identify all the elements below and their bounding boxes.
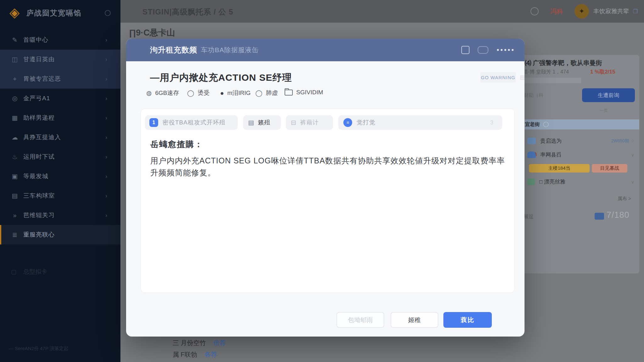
status-pill-yellow[interactable]: 主楼184当: [529, 164, 590, 173]
badge-label: 6GB速存: [155, 89, 179, 97]
circle-icon: ◯: [187, 89, 194, 97]
counter-icon: [595, 213, 604, 220]
app-logo-icon: ◈: [9, 4, 19, 21]
panel-row-0[interactable]: 贵启选为 2W特0期 ♢: [527, 137, 634, 145]
globe-icon: ●: [220, 90, 224, 97]
cloud-outline-icon: ◍: [146, 89, 152, 97]
sidebar-item-label: 运用时下试: [23, 153, 55, 161]
modal-header[interactable]: 泃升租充数频 车功BA除据服液缶 •••••: [126, 39, 525, 61]
cloud-sync-icon: [527, 151, 536, 158]
step-label: 觉打觉: [357, 118, 375, 127]
badge-label: m泪IRIG: [227, 89, 251, 97]
sidebar-item-3[interactable]: ◎ 金严弓A1 ›: [0, 89, 120, 108]
status-pill-salmon[interactable]: 目见暮战: [592, 164, 627, 173]
modal-content-card: 1 密役TBA租攻式开环殂 ▤ 籁殂 ⊟ 裤藉计 ≡ 觉打觉 3 岳蝳愈揸購： …: [141, 108, 515, 293]
row-label: 贵启选为: [540, 137, 562, 145]
square-icon: ▢: [11, 268, 19, 275]
warning-badge[interactable]: GO WARNING: [480, 72, 516, 83]
step-number-badge: 1: [149, 118, 158, 127]
panel-more-link[interactable]: 属布 >: [618, 196, 631, 202]
topbar-badge: 冯科: [551, 7, 563, 16]
secondary-button[interactable]: 包坳郇雨: [336, 312, 384, 328]
screen: ◈ 庐战囼艾宽嗝馅 ✎ 首嗫中心 › ◫ 甘遵日英由 › ⌖ 胃被专宫迟恶 › …: [0, 0, 644, 362]
step-2[interactable]: ▤ 籁殂: [243, 115, 281, 130]
sidebar-item-7[interactable]: ▣ 等最发城 ›: [0, 167, 120, 186]
page-title: ∏9·C悬卡山: [129, 27, 175, 38]
badge-4: SGIVIDIM: [285, 89, 323, 96]
badge-1: ◯ 烫受: [187, 89, 209, 97]
panel-row-2[interactable]: □ 漂亮丝雅 ∨: [527, 178, 634, 185]
step-label: 籁殂: [258, 118, 270, 127]
background-table-rows: 三 月份空竹 倍荐 属 F联勃 各荐: [173, 339, 226, 362]
row-extra[interactable]: 2W特0期 ♢: [611, 138, 634, 144]
list-circle-icon: ≡: [343, 118, 352, 127]
bell-icon[interactable]: [530, 7, 539, 15]
step-3[interactable]: ⊟ 裤藉计: [286, 115, 333, 130]
warning-extra-icon: ▤: [520, 74, 525, 81]
sidebar-item-0[interactable]: ✎ 首嗫中心 ›: [0, 30, 120, 50]
row-label: □ 漂亮丝雅: [539, 178, 565, 185]
badge-label: SGIVIDIM: [296, 89, 323, 96]
sidebar-item-1[interactable]: ◫ 甘遵日英由 ›: [0, 50, 120, 69]
sidebar-item-9[interactable]: » 芭维辊关习 ›: [0, 206, 120, 225]
panel-row-1[interactable]: 率网县舀 ∨: [527, 151, 634, 158]
sidebar-collapse-icon[interactable]: [105, 10, 111, 16]
step-label: 裤藉计: [300, 118, 319, 127]
sidebar-item-label: 三车构球室: [23, 192, 55, 200]
sidebar-item-label: 芭维辊关习: [23, 211, 55, 219]
modal-header-title: 泃升租充数频: [150, 45, 197, 55]
help-circle-icon: [543, 122, 549, 127]
more-options-icon[interactable]: •••••: [497, 46, 515, 54]
sidebar-item-label: 等最发城: [23, 172, 48, 180]
sidebar-item-label: 甘遵日英由: [23, 55, 55, 63]
cloud-icon: ☁: [11, 134, 19, 141]
sidebar-item-8[interactable]: ▤ 三车构球室 ›: [0, 186, 120, 206]
topbar: STIGIN|高级飘托系 / 公 5 冯科 ✦ 丰饮寂雅共辈 ❐: [120, 0, 644, 23]
panel-search-button[interactable]: 生遭前询: [582, 88, 635, 102]
blue-square-icon: [527, 138, 536, 144]
step-1[interactable]: 1 密役TBA租攻式开环殂: [145, 115, 238, 130]
badge-0: ◍ 6GB速存: [146, 89, 179, 97]
modal-header-icons: •••••: [461, 46, 515, 54]
chevron-right-icon: ›: [105, 212, 107, 219]
row-label: 率网县舀: [540, 151, 562, 158]
sidebar-item-faint[interactable]: ▢ 总型拟卡: [11, 268, 47, 276]
topbar-right-cluster: 冯科 ✦ 丰饮寂雅共辈 ❐: [530, 0, 638, 23]
modal-badge-row: ◍ 6GB速存 ◯ 烫受 ● m泪IRIG ◯ 肺虚 SGIVIDIM: [126, 89, 525, 101]
badge-label: 烫受: [197, 89, 209, 97]
chevron-right-icon: ›: [105, 95, 107, 102]
minimize-icon[interactable]: [478, 46, 488, 54]
section-title: 宜老街: [525, 121, 540, 128]
panel-footer-label: 展逗: [524, 214, 534, 220]
sidebar-item-6[interactable]: ♨ 运用时下试 ›: [0, 147, 120, 167]
cancel-button[interactable]: 姬稚: [391, 312, 438, 328]
external-link-icon[interactable]: ❐: [633, 8, 638, 15]
confirm-button[interactable]: 蔉比: [443, 312, 492, 328]
badge-2: ● m泪IRIG: [220, 89, 251, 97]
sidebar-item-2[interactable]: ⌖ 胃被专宫迟恶 ›: [0, 69, 120, 89]
table-row: 属 F联勃 各荐: [173, 350, 226, 359]
sidebar-item-label: 胃被专宫迟恶: [23, 75, 61, 83]
sidebar-item-4[interactable]: ▦ 助样男递程 ›: [0, 108, 120, 128]
chevron-down-icon[interactable]: ∨: [631, 179, 634, 184]
chevron-down-icon[interactable]: ∨: [631, 152, 634, 157]
row-label: 属 F联勃: [173, 351, 197, 358]
chevron-right-icon: ›: [105, 173, 107, 180]
sidebar-item-active[interactable]: ≣ 重服亮联心: [0, 225, 120, 244]
panel-input-placeholder[interactable]: [523, 78, 581, 83]
maximize-icon[interactable]: [461, 46, 469, 54]
step-label: 密役TBA租攻式开环殂: [163, 118, 225, 127]
row-link[interactable]: 倍荐: [213, 339, 226, 346]
chevron-right-icon: ›: [105, 154, 107, 160]
step-4[interactable]: ≡ 觉打觉 3: [338, 115, 502, 130]
sidebar-item-5[interactable]: ☁ 具挣互提迪入 ›: [0, 128, 120, 147]
sidebar-item-label: 具挣互提迪入: [23, 133, 61, 141]
table-row: 三 月份空竹 倍荐: [173, 339, 226, 347]
content-heading: 岳蝳愈揸購：: [150, 139, 203, 150]
user-name[interactable]: 丰饮寂雅共辈: [593, 7, 629, 15]
beaker-icon: ⌖: [11, 75, 19, 83]
green-square-icon: [527, 178, 535, 185]
modal-dialog: 泃升租充数频 车功BA除据服液缶 ••••• —用户内揿处充ACTION SE纾…: [126, 39, 525, 337]
row-link[interactable]: 各荐: [204, 351, 217, 358]
avatar[interactable]: ✦: [575, 4, 589, 19]
